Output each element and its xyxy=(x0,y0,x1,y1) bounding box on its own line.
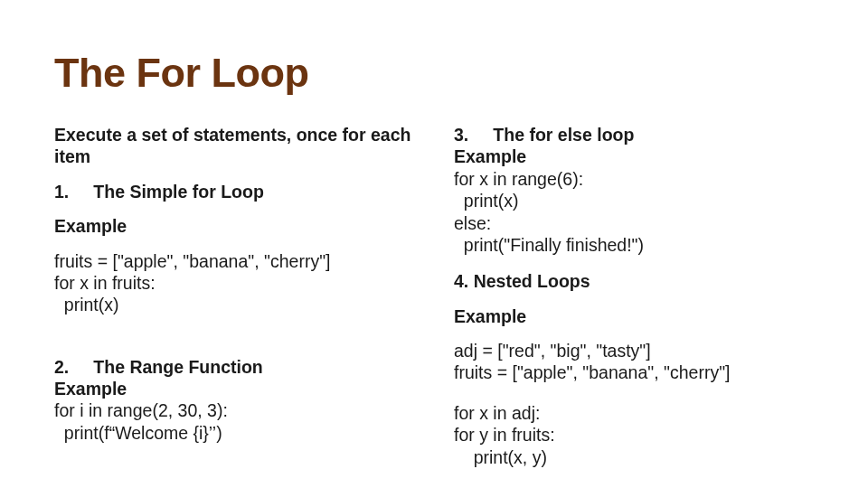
code-line: for y in fruits: xyxy=(454,424,814,446)
slide-title: The For Loop xyxy=(54,50,814,97)
section-3: 3. The for else loop Example for x in ra… xyxy=(454,124,814,256)
code-line: adj = ["red", "big", "tasty"] xyxy=(454,340,814,361)
section-4-heading: 4. Nested Loops xyxy=(454,270,814,292)
section-3-number: 3. xyxy=(454,125,468,145)
code-line: for x in range(6): xyxy=(454,168,814,190)
section-4-code: adj = ["red", "big", "tasty"] fruits = [… xyxy=(454,340,814,468)
content-columns: Execute a set of statements, once for ea… xyxy=(54,124,814,468)
code-line: print("Finally finished!") xyxy=(454,234,814,256)
code-line: for x in fruits: xyxy=(54,272,414,294)
left-column: Execute a set of statements, once for ea… xyxy=(54,124,414,468)
code-line: fruits = ["apple", "banana", "cherry"] xyxy=(54,250,414,272)
code-line: fruits = ["apple", "banana", "cherry"] xyxy=(454,361,814,383)
code-line: print(x) xyxy=(54,294,414,315)
section-3-title: The for else loop xyxy=(493,125,634,145)
code-line: for x in adj: xyxy=(454,402,814,424)
section-2-example-label: Example xyxy=(54,378,414,399)
code-line: print(f“Welcome {i}’’) xyxy=(54,422,414,444)
section-4-example-label: Example xyxy=(454,305,814,327)
section-1-heading: 1. The Simple for Loop xyxy=(54,181,414,202)
code-line: for i in range(2, 30, 3): xyxy=(54,399,414,421)
section-3-heading: 3. The for else loop xyxy=(454,124,814,145)
section-2-number: 2. xyxy=(54,357,69,377)
section-2-title: The Range Function xyxy=(93,357,262,377)
intro-text: Execute a set of statements, once for ea… xyxy=(54,124,414,168)
section-3-example-label: Example xyxy=(454,145,814,167)
section-2: 2. The Range Function Example for i in r… xyxy=(54,356,414,445)
code-line: print(x, y) xyxy=(454,446,814,468)
section-1-code: fruits = ["apple", "banana", "cherry"] f… xyxy=(54,250,414,316)
section-1-example-label: Example xyxy=(54,215,414,237)
section-1-number: 1. xyxy=(54,182,69,202)
section-1-title: The Simple for Loop xyxy=(93,182,264,202)
code-line: print(x) xyxy=(454,190,814,211)
right-column: 3. The for else loop Example for x in ra… xyxy=(454,124,814,468)
code-line: else: xyxy=(454,212,814,234)
section-2-heading: 2. The Range Function xyxy=(54,356,414,378)
